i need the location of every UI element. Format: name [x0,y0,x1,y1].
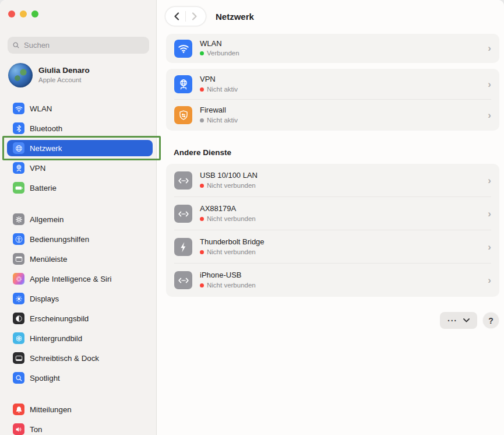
flower-icon [13,332,24,344]
chevron-right-icon: › [483,175,491,187]
zoom-window-button[interactable] [31,10,38,17]
status-dot [200,283,204,287]
sidebar-item-batterie[interactable]: Batterie [7,180,153,196]
forward-button[interactable] [186,7,203,26]
ethernet-icon [174,205,192,223]
status-text: Nicht verbunden [207,215,256,223]
account-name: Giulia Denaro [38,66,90,76]
system-settings-window: Giulia Denaro Apple Account WLANBluetoot… [0,0,504,435]
row-status: Nicht verbunden [200,215,483,223]
settings-row-iphone-usb[interactable]: iPhone-USBNicht verbunden› [166,264,499,297]
page-title: Netzwerk [216,12,254,22]
sidebar-item-label: Erscheinungsbild [30,314,89,323]
row-status: Nicht aktiv [200,116,483,125]
chevron-right-icon: › [483,275,491,286]
apple-account-item[interactable]: Giulia Denaro Apple Account [8,62,150,89]
battery-icon [13,182,24,194]
search-field[interactable] [8,37,149,54]
window-controls [8,10,156,17]
settings-row-vpn[interactable]: VPNNicht aktiv› [166,69,499,100]
search-input[interactable] [23,40,144,50]
sidebar-item-displays[interactable]: Displays [7,290,153,307]
sidebar-item-netzwerk[interactable]: Netzwerk [7,140,153,156]
sidebar-item-erscheinungsbild[interactable]: Erscheinungsbild [7,310,153,327]
bluetooth-icon [13,122,24,134]
menubar-icon [13,253,24,265]
more-options-button[interactable]: ··· [440,312,477,329]
status-dot [200,184,204,188]
ethernet-icon [174,171,192,190]
status-text: Verbunden [207,49,239,58]
sidebar-item-label: Spotlight [30,374,60,383]
sidebar-item-wlan[interactable]: WLAN [7,100,153,117]
firewall-shield-icon [174,106,192,124]
row-status: Verbunden [200,49,483,58]
account-subtitle: Apple Account [38,76,90,84]
card-1: VPNNicht aktiv›FirewallNicht aktiv› [166,69,499,131]
avatar [8,63,33,87]
footer-controls: ··· ? [166,312,499,329]
sidebar-item-label: Mitteilungen [30,405,72,414]
section-header: Andere Dienste [174,148,499,157]
sidebar-item-vpn[interactable]: VPN [7,160,153,176]
speaker-icon [13,423,24,435]
status-text: Nicht aktiv [207,116,238,125]
sidebar-item-apple-intelligence-siri[interactable]: Apple Intelligence & Siri [7,271,153,287]
row-title: USB 10/100 LAN [200,171,483,181]
sidebar-item-label: Schreibtisch & Dock [30,354,99,363]
row-title: AX88179A [200,204,483,214]
sidebar-item-label: Bluetooth [30,124,62,133]
back-button[interactable] [168,7,185,26]
sun-icon [13,293,24,304]
sidebar-item-ton[interactable]: Ton [7,421,153,435]
status-dot [200,51,204,55]
siri-flower-icon [13,273,24,285]
settings-row-thunderbolt-bridge[interactable]: Thunderbolt BridgeNicht verbunden› [166,230,499,264]
sidebar-item-label: Menüleiste [30,255,67,264]
close-window-button[interactable] [8,10,15,17]
sidebar-item-mitteilungen[interactable]: Mitteilungen [7,401,153,418]
row-status: Nicht verbunden [200,181,483,190]
status-dot [200,217,204,221]
sidebar-item-schreibtisch-dock[interactable]: Schreibtisch & Dock [7,350,153,366]
vpn-globe-icon [13,162,24,174]
sidebar-item-bedienungshilfen[interactable]: Bedienungshilfen [7,231,153,247]
sidebar-item-label: Ton [30,425,42,434]
row-title: Thunderbolt Bridge [200,237,483,247]
sidebar-item-label: VPN [30,164,45,173]
sidebar-item-bluetooth[interactable]: Bluetooth [7,120,153,136]
card-2: USB 10/100 LANNicht verbunden›AX88179ANi… [166,164,499,297]
settings-row-firewall[interactable]: FirewallNicht aktiv› [166,100,499,131]
row-status: Nicht verbunden [200,281,483,290]
chevron-down-icon [463,318,470,322]
status-text: Nicht verbunden [207,248,256,257]
question-mark-icon: ? [488,316,494,325]
row-title: Firewall [200,106,483,115]
status-dot [200,118,204,122]
status-dot [200,87,204,92]
row-title: iPhone-USB [200,271,483,280]
sidebar-item-label: Batterie [30,184,57,192]
card-0: WLANVerbunden› [166,34,499,63]
sidebar-item-spotlight[interactable]: Spotlight [7,370,153,386]
main-pane: Netzwerk WLANVerbunden› VPNNicht aktiv›F… [157,0,504,435]
sidebar-item-menueleiste[interactable]: Menüleiste [7,251,153,267]
sidebar-item-label: Apple Intelligence & Siri [30,275,111,283]
help-button[interactable]: ? [483,313,499,328]
status-text: Nicht verbunden [207,181,256,190]
chevron-right-icon: › [483,43,491,54]
chevron-right-icon: › [483,110,491,121]
main-content: WLANVerbunden› VPNNicht aktiv›FirewallNi… [157,33,504,329]
sidebar-nav: WLANBluetoothNetzwerkVPNBatterieAllgemei… [0,100,156,435]
appearance-icon [13,313,24,324]
chevron-right-icon: › [483,79,491,90]
settings-row-wlan[interactable]: WLANVerbunden› [166,34,499,63]
sidebar-item-hintergrundbild[interactable]: Hintergrundbild [7,330,153,346]
settings-row-ax88179a[interactable]: AX88179ANicht verbunden› [166,197,499,230]
settings-row-usb-10-100-lan[interactable]: USB 10/100 LANNicht verbunden› [166,164,499,197]
row-title: WLAN [200,39,483,49]
sidebar-item-allgemein[interactable]: Allgemein [7,211,153,227]
magnifier-icon [13,372,24,384]
minimize-window-button[interactable] [20,10,27,17]
status-text: Nicht aktiv [207,85,238,94]
